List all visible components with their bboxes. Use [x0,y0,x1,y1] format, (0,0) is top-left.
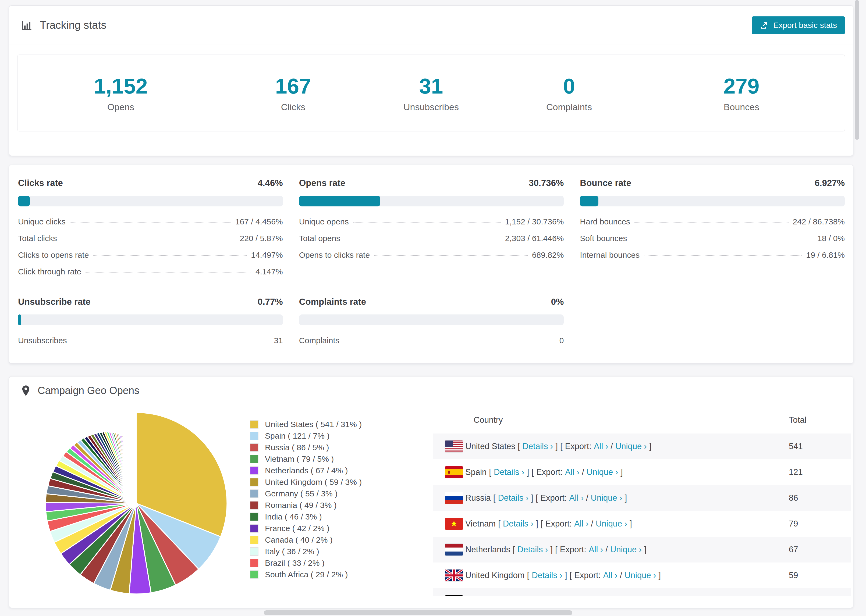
export-unique-link[interactable]: Unique › [615,442,647,451]
rate-stat-value: 4.147% [255,267,283,276]
de-flag-icon [445,595,463,596]
unsubscribe-rate-title: Unsubscribe rate [18,297,91,307]
legend-item-italy: Italy ( 36 / 2% ) [250,545,362,557]
clicks-rate-value: 4.46% [258,178,283,188]
country-cell: Russia[Details ›][Export:All ›/Unique ›] [445,492,789,504]
bracket: ] [630,519,632,529]
details-link[interactable]: Details › [503,519,534,529]
bracket: ] [649,442,652,451]
country-name: Netherlands [465,545,510,555]
vertical-scrollbar-thumb[interactable] [855,0,859,140]
legend-color-swatch [250,466,258,475]
table-row-ru: Russia[Details ›][Export:All ›/Unique ›]… [433,485,851,511]
clicks-rate-bar [18,196,283,206]
legend-label: Brazil ( 33 / 2% ) [265,558,324,567]
summary-stat-value: 167 [275,74,311,99]
slash-separator: / [620,570,622,580]
export-unique-link[interactable]: Unique › [587,467,618,477]
total-value: 79 [789,519,851,529]
legend-item-romania: Romania ( 49 / 3% ) [250,499,362,511]
legend-color-swatch [250,536,258,544]
rate-stat-label: Unique opens [299,217,349,226]
table-row-es: Spain[Details ›][Export:All ›/Unique ›]1… [433,459,851,485]
details-link[interactable]: Details › [518,545,548,555]
bracket: ] [644,545,647,555]
rate-stat-row: Unsubscribes31 [18,332,283,349]
details-link[interactable]: Details › [494,467,524,477]
dotted-leader [70,222,231,223]
campaign-geo-opens-card: Campaign Geo Opens United States ( 541 /… [9,376,853,608]
slash-separator: / [586,493,589,503]
rate-stat-label: Total opens [299,234,340,243]
country-cell: Spain[Details ›][Export:All ›/Unique ›] [445,466,789,478]
export-basic-stats-button[interactable]: Export basic stats [752,16,845,34]
bracket: [ [493,493,496,503]
summary-stat-label: Unsubscribes [403,102,459,112]
legend-item-netherlands: Netherlands ( 67 / 4% ) [250,465,362,476]
rate-stat-label: Clicks to opens rate [18,250,89,259]
total-value: 67 [789,545,851,555]
bracket: [ [513,545,515,555]
legend-color-swatch [250,420,258,429]
bracket: [ [531,467,534,477]
clicks-rate-title: Clicks rate [18,178,63,188]
rate-stat-row: Soft bounces18 / 0% [580,230,845,247]
rate-stat-row: Internal bounces19 / 6.81% [580,247,845,263]
dotted-leader [374,255,527,256]
export-all-link[interactable]: All › [589,545,603,555]
slash-separator: / [611,442,613,451]
opens-rate-value: 30.736% [529,178,564,188]
bracket: ] [620,467,623,477]
rate-block-unsubscribe: Unsubscribe rate 0.77% Unsubscribes31 [18,297,283,349]
country-name: Spain [465,467,487,477]
export-label: Export: [536,467,563,477]
rate-stat-label: Complaints [299,336,339,345]
details-link[interactable]: Details › [532,570,562,580]
details-link[interactable]: Details › [498,493,529,503]
export-all-link[interactable]: All › [594,442,608,451]
rate-stat-row: Complaints0 [299,332,564,349]
table-row-de: Germany[Details ›][Export:All ›/Unique ›… [433,588,851,596]
legend-label: United Kingdom ( 59 / 3% ) [265,478,362,487]
rate-block-complaints: Complaints rate 0% Complaints0 [299,297,564,349]
gb-flag-icon [445,569,463,581]
legend-color-swatch [250,547,258,556]
summary-stat-label: Clicks [281,102,305,112]
country-name: Russia [465,493,491,503]
horizontal-scrollbar-thumb[interactable] [264,610,572,615]
rate-block-opens: Opens rate 30.736% Unique opens1,152 / 3… [299,178,564,263]
export-all-link[interactable]: All › [574,519,589,529]
export-unique-link[interactable]: Unique › [625,570,656,580]
summary-stat-bounces: 279Bounces [638,55,845,131]
export-all-link[interactable]: All › [565,467,579,477]
legend-item-spain: Spain ( 121 / 7% ) [250,430,362,442]
legend-color-swatch [250,478,258,486]
summary-stat-clicks: 167Clicks [224,55,362,131]
country-cell: Vietnam[Details ›][Export:All ›/Unique ›… [445,518,789,530]
tracking-stats-card: Tracking stats Export basic stats 1,152O… [9,5,853,156]
legend-label: Germany ( 55 / 3% ) [265,489,337,498]
bracket: ] [536,519,538,529]
export-all-link[interactable]: All › [603,570,617,580]
total-value: 86 [789,493,851,503]
vn-flag-icon [445,518,463,530]
legend-item-germany: Germany ( 55 / 3% ) [250,488,362,499]
table-row-nl: Netherlands[Details ›][Export:All ›/Uniq… [433,537,851,563]
export-unique-link[interactable]: Unique › [596,519,627,529]
dotted-leader [631,239,813,239]
bracket: ] [659,570,661,580]
geo-table: Country Total United States[Details ›][E… [433,407,851,596]
bracket: ] [625,493,627,503]
export-unique-link[interactable]: Unique › [610,545,642,555]
legend-item-south-africa: South Africa ( 29 / 2% ) [250,569,362,580]
export-unique-link[interactable]: Unique › [591,493,622,503]
summary-stat-opens: 1,152Opens [17,55,224,131]
summary-stat-label: Opens [107,102,134,112]
rate-stat-label: Soft bounces [580,234,627,243]
legend-label: South Africa ( 29 / 2% ) [265,570,348,579]
details-link[interactable]: Details › [523,442,553,451]
rate-stat-value: 19 / 6.81% [806,250,845,259]
export-all-link[interactable]: All › [569,493,584,503]
country-cell: United Kingdom[Details ›][Export:All ›/U… [445,569,789,581]
rate-stat-value: 242 / 86.738% [793,217,845,226]
